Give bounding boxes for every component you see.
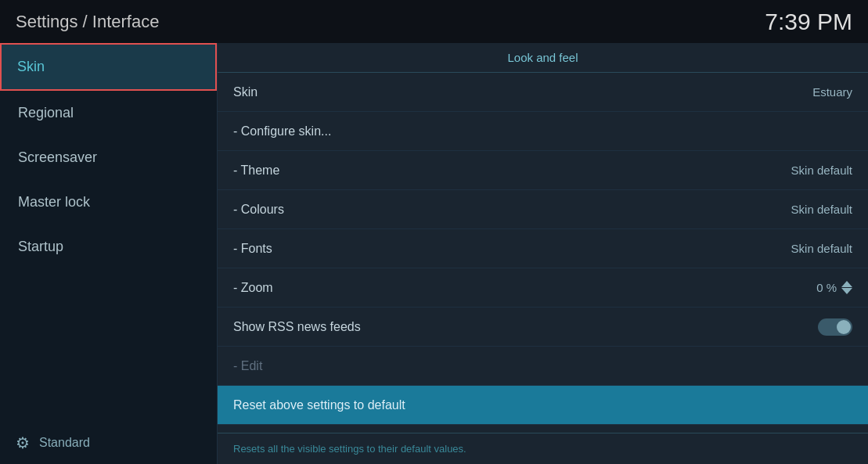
- standard-label: Standard: [39, 436, 90, 450]
- setting-label-fonts: - Fonts: [233, 242, 272, 256]
- zoom-controls: 0 %: [816, 281, 852, 294]
- setting-row-fonts[interactable]: - Fonts Skin default: [218, 229, 868, 268]
- setting-row-theme[interactable]: - Theme Skin default: [218, 151, 868, 190]
- setting-label-edit: - Edit: [233, 359, 262, 373]
- rss-toggle[interactable]: [818, 318, 852, 336]
- setting-row-edit: - Edit: [218, 347, 868, 386]
- clock: 7:39 PM: [765, 9, 852, 35]
- setting-value-theme: Skin default: [791, 164, 852, 177]
- setting-label-theme: - Theme: [233, 164, 279, 178]
- sidebar-item-skin[interactable]: Skin: [0, 43, 217, 91]
- settings-list: Skin Estuary - Configure skin... - Theme…: [218, 73, 868, 433]
- setting-label-zoom: - Zoom: [233, 281, 273, 295]
- app-header: Settings / Interface 7:39 PM: [0, 0, 868, 43]
- zoom-value: 0 %: [816, 281, 837, 294]
- setting-label-reset: Reset above settings to default: [233, 398, 405, 412]
- toggle-knob: [837, 320, 851, 334]
- zoom-up-arrow[interactable]: [841, 281, 852, 287]
- setting-label-skin: Skin: [233, 85, 258, 99]
- sidebar-item-screensaver[interactable]: Screensaver: [0, 135, 217, 180]
- sidebar-item-master-lock[interactable]: Master lock: [0, 180, 217, 225]
- sidebar-item-startup[interactable]: Startup: [0, 225, 217, 269]
- setting-row-reset[interactable]: Reset above settings to default: [218, 386, 868, 425]
- section-header: Look and feel: [218, 43, 868, 73]
- content-footer: Resets all the visible settings to their…: [218, 433, 868, 464]
- content-panel: Look and feel Skin Estuary - Configure s…: [218, 43, 868, 464]
- sidebar-item-regional[interactable]: Regional: [0, 91, 217, 135]
- setting-value-skin: Estuary: [812, 85, 852, 99]
- zoom-down-arrow[interactable]: [841, 288, 852, 294]
- main-layout: Skin Regional Screensaver Master lock St…: [0, 43, 868, 464]
- setting-row-colours[interactable]: - Colours Skin default: [218, 190, 868, 229]
- setting-row-rss[interactable]: Show RSS news feeds: [218, 308, 868, 347]
- setting-label-configure-skin: - Configure skin...: [233, 124, 331, 138]
- setting-label-rss: Show RSS news feeds: [233, 320, 361, 334]
- setting-row-configure-skin[interactable]: - Configure skin...: [218, 112, 868, 151]
- setting-value-colours: Skin default: [791, 203, 852, 216]
- setting-value-fonts: Skin default: [791, 242, 852, 255]
- gear-icon: ⚙: [16, 433, 30, 452]
- setting-label-colours: - Colours: [233, 203, 284, 217]
- sidebar: Skin Regional Screensaver Master lock St…: [0, 43, 218, 464]
- sidebar-footer: ⚙ Standard: [0, 422, 217, 464]
- zoom-arrows: [841, 281, 852, 294]
- page-title: Settings / Interface: [16, 12, 159, 32]
- setting-row-zoom[interactable]: - Zoom 0 %: [218, 268, 868, 308]
- setting-row-skin[interactable]: Skin Estuary: [218, 73, 868, 112]
